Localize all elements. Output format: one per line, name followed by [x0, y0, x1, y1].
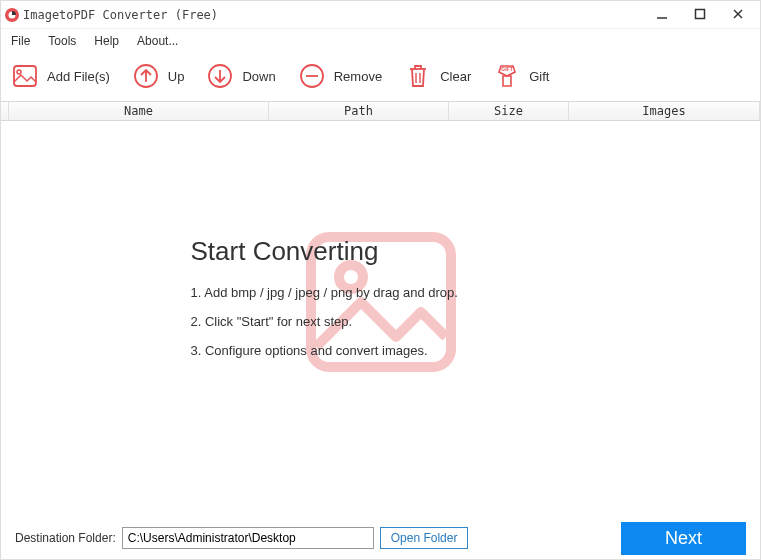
arrow-down-icon: [206, 62, 234, 90]
svg-point-7: [17, 70, 21, 74]
window-title: ImagetoPDF Converter (Free): [23, 8, 218, 22]
toolbar: Add File(s) Up Down Remove Clear GIFT Gi…: [1, 55, 760, 97]
placeholder-text: Start Converting 1. Add bmp / jpg / jpeg…: [191, 236, 571, 358]
remove-label: Remove: [334, 69, 382, 84]
up-button[interactable]: Up: [132, 62, 185, 90]
destination-label: Destination Folder:: [15, 531, 116, 545]
svg-rect-3: [696, 9, 705, 18]
add-files-button[interactable]: Add File(s): [11, 62, 110, 90]
content-area[interactable]: Start Converting 1. Add bmp / jpg / jpeg…: [1, 121, 760, 487]
header-images[interactable]: Images: [569, 102, 760, 120]
header-name[interactable]: Name: [9, 102, 269, 120]
image-icon: [11, 62, 39, 90]
minimize-button[interactable]: [652, 7, 672, 23]
placeholder: Start Converting 1. Add bmp / jpg / jpeg…: [191, 236, 571, 372]
destination-input[interactable]: [122, 527, 374, 549]
menu-file[interactable]: File: [11, 34, 30, 48]
table-headers: Name Path Size Images: [1, 101, 760, 121]
minus-icon: [298, 62, 326, 90]
placeholder-step1: 1. Add bmp / jpg / jpeg / png by drag an…: [191, 285, 571, 300]
placeholder-step2: 2. Click "Start" for next step.: [191, 314, 571, 329]
open-folder-button[interactable]: Open Folder: [380, 527, 469, 549]
add-files-label: Add File(s): [47, 69, 110, 84]
maximize-button[interactable]: [690, 7, 710, 23]
menubar: File Tools Help About...: [1, 29, 760, 53]
clear-label: Clear: [440, 69, 471, 84]
gift-button[interactable]: GIFT Gift: [493, 62, 549, 90]
titlebar: ImagetoPDF Converter (Free): [1, 1, 760, 29]
placeholder-step3: 3. Configure options and convert images.: [191, 343, 571, 358]
svg-rect-6: [14, 66, 36, 86]
arrow-up-icon: [132, 62, 160, 90]
trash-icon: [404, 62, 432, 90]
gift-label: Gift: [529, 69, 549, 84]
down-label: Down: [242, 69, 275, 84]
bottombar: Destination Folder: Open Folder Next: [1, 517, 760, 559]
remove-button[interactable]: Remove: [298, 62, 382, 90]
clear-button[interactable]: Clear: [404, 62, 471, 90]
app-icon: [5, 8, 19, 22]
up-label: Up: [168, 69, 185, 84]
header-size[interactable]: Size: [449, 102, 569, 120]
svg-text:GIFT: GIFT: [502, 66, 513, 72]
menu-tools[interactable]: Tools: [48, 34, 76, 48]
header-path[interactable]: Path: [269, 102, 449, 120]
down-button[interactable]: Down: [206, 62, 275, 90]
menu-about[interactable]: About...: [137, 34, 178, 48]
placeholder-heading: Start Converting: [191, 236, 571, 267]
header-spacer: [1, 102, 9, 120]
window-controls: [652, 7, 756, 23]
menu-help[interactable]: Help: [94, 34, 119, 48]
close-button[interactable]: [728, 7, 748, 23]
next-button[interactable]: Next: [621, 522, 746, 555]
gift-icon: GIFT: [493, 62, 521, 90]
